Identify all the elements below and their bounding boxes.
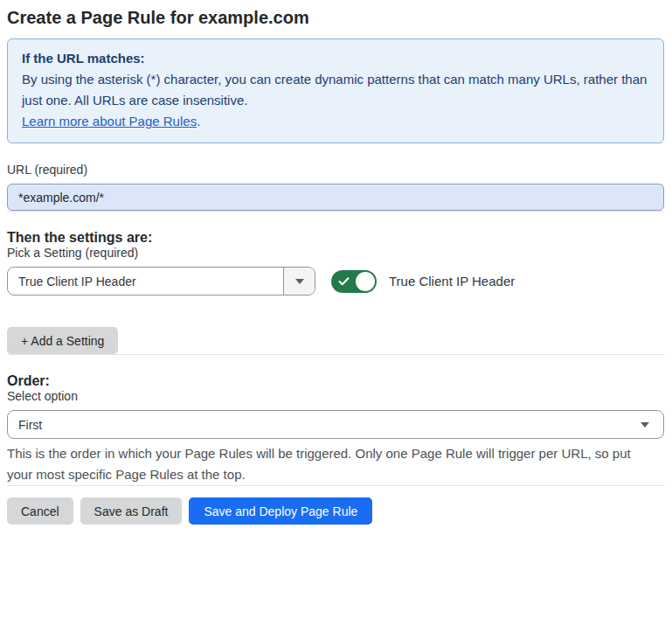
settings-section-heading: Then the settings are: <box>7 229 664 246</box>
order-description: This is the order in which your Page Rul… <box>7 443 658 485</box>
order-select-value: First <box>8 418 641 432</box>
setting-row: True Client IP Header True Client IP Hea… <box>7 267 664 296</box>
save-deploy-button[interactable]: Save and Deploy Page Rule <box>189 497 372 525</box>
order-select-arrow <box>641 422 663 428</box>
add-setting-button[interactable]: + Add a Setting <box>7 327 118 354</box>
chevron-down-icon <box>295 279 304 284</box>
pick-setting-label: Pick a Setting (required) <box>7 246 664 261</box>
setting-select-arrow-button[interactable] <box>283 268 315 295</box>
url-input[interactable] <box>7 184 664 211</box>
cancel-button[interactable]: Cancel <box>7 497 73 525</box>
link-suffix-text: . <box>197 114 200 129</box>
create-page-rule-form: Create a Page Rule for example.com If th… <box>0 0 672 525</box>
divider <box>7 211 664 212</box>
setting-select-value: True Client IP Header <box>8 275 283 289</box>
setting-toggle-label: True Client IP Header <box>389 274 515 289</box>
page-title: Create a Page Rule for example.com <box>7 5 664 30</box>
footer-actions: Cancel Save as Draft Save and Deploy Pag… <box>7 497 664 525</box>
divider <box>7 485 664 486</box>
info-box-heading: If the URL matches: <box>22 48 649 69</box>
url-match-info-box: If the URL matches: By using the asteris… <box>7 38 664 143</box>
toggle-knob <box>356 272 375 291</box>
select-option-label: Select option <box>7 389 664 404</box>
check-icon <box>338 276 350 286</box>
order-select[interactable]: First <box>7 410 664 439</box>
url-label: URL (required) <box>7 163 664 177</box>
setting-toggle[interactable] <box>331 270 377 293</box>
setting-select[interactable]: True Client IP Header <box>7 267 315 296</box>
order-section-heading: Order: <box>7 372 664 389</box>
save-draft-button[interactable]: Save as Draft <box>80 497 183 525</box>
chevron-down-icon <box>641 422 649 428</box>
learn-more-link[interactable]: Learn more about Page Rules <box>22 114 197 129</box>
info-box-body: By using the asterisk (*) character, you… <box>22 69 649 111</box>
divider <box>7 354 664 355</box>
info-box-link-line: Learn more about Page Rules. <box>22 111 649 132</box>
